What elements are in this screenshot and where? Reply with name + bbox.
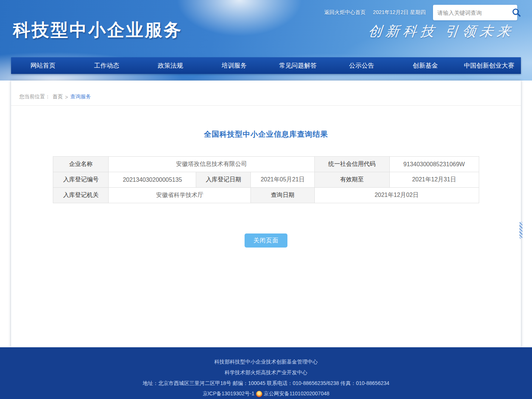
valid-until-label: 有效期至: [314, 172, 389, 188]
nav-item-faq[interactable]: 常见问题解答: [266, 57, 330, 74]
registration-no-value: 202134030200005135: [109, 172, 196, 188]
icp-record-link[interactable]: 京ICP备13019302号-1: [202, 391, 254, 397]
nav-item-competition[interactable]: 中国创新创业大赛: [457, 57, 521, 74]
query-date-value: 2021年12月02日: [314, 188, 479, 203]
main-nav: 网站首页 工作动态 政策法规 培训服务 常见问题解答 公示公告 创新基金 中国创…: [11, 57, 521, 74]
button-row: 关闭页面: [11, 233, 521, 248]
search-box: [433, 5, 517, 20]
query-date-label: 查询日期: [251, 188, 314, 203]
page-title: 全国科技型中小企业信息库查询结果: [11, 129, 521, 139]
query-result-table: 企业名称 安徽塔孜信息技术有限公司 统一社会信用代码 9134030008523…: [53, 156, 479, 203]
nav-item-work-news[interactable]: 工作动态: [75, 57, 139, 74]
registration-authority-label: 入库登记机关: [53, 188, 109, 203]
footer: 科技部科技型中小企业技术创新基金管理中心 科学技术部火炬高技术产业开发中心 地址…: [0, 347, 532, 399]
police-record-link[interactable]: 京公网安备11010202007048: [264, 391, 330, 397]
search-input[interactable]: [437, 10, 511, 16]
current-date-text: 2021年12月2日 星期四: [373, 9, 426, 16]
site-slogan: 创新科技 引领未来: [367, 22, 515, 41]
breadcrumb-prefix: 您当前位置：: [19, 93, 50, 100]
content-panel: 您当前位置： 首页 > 查询服务 全国科技型中小企业信息库查询结果 企业名称 安…: [11, 81, 521, 347]
valid-until-value: 2021年12月31日: [389, 172, 479, 188]
scrollbar-thumb[interactable]: [519, 222, 522, 239]
registration-date-value: 2021年05月21日: [251, 172, 314, 188]
search-button[interactable]: [511, 7, 522, 18]
nav-item-policies[interactable]: 政策法规: [139, 57, 202, 74]
table-row: 入库登记机关 安徽省科学技术厅 查询日期 2021年12月02日: [53, 188, 479, 203]
nav-item-training[interactable]: 培训服务: [202, 57, 266, 74]
page: 返回火炬中心首页 2021年12月2日 星期四 科技型中小企业服务 创新科技 引…: [0, 0, 532, 399]
registration-authority-value: 安徽省科学技术厅: [109, 188, 251, 203]
footer-org-line-2: 科学技术部火炬高技术产业开发中心: [225, 369, 307, 376]
breadcrumb-separator: >: [65, 94, 68, 100]
nav-item-home[interactable]: 网站首页: [11, 57, 75, 74]
footer-contact-line: 地址：北京市西城区三里河二区甲18号 邮编：100045 联系电话：010-88…: [143, 380, 389, 387]
company-name-label: 企业名称: [53, 157, 109, 172]
registration-date-label: 入库登记日期: [196, 172, 251, 188]
national-emblem-icon: [256, 391, 262, 397]
company-name-value: 安徽塔孜信息技术有限公司: [109, 157, 314, 172]
footer-org-line-1: 科技部科技型中小企业技术创新基金管理中心: [214, 358, 318, 365]
registration-no-label: 入库登记编号: [53, 172, 109, 188]
credit-code-label: 统一社会信用代码: [314, 157, 389, 172]
close-page-button[interactable]: 关闭页面: [245, 233, 287, 248]
breadcrumb-current-link[interactable]: 查询服务: [70, 93, 91, 100]
breadcrumb: 您当前位置： 首页 > 查询服务: [11, 81, 521, 106]
site-logo: 科技型中小企业服务: [13, 18, 183, 42]
nav-item-innovation-fund[interactable]: 创新基金: [393, 57, 457, 74]
breadcrumb-home-link[interactable]: 首页: [52, 93, 63, 100]
header-top-bar: 返回火炬中心首页 2021年12月2日 星期四: [324, 5, 517, 20]
footer-record-line: 京ICP备13019302号-1 京公网安备11010202007048: [202, 391, 329, 397]
credit-code-value: 91340300085231069W: [389, 157, 479, 172]
search-icon: [512, 8, 521, 17]
table-row: 入库登记编号 202134030200005135 入库登记日期 2021年05…: [53, 172, 479, 188]
nav-item-announcements[interactable]: 公示公告: [330, 57, 394, 74]
return-torch-home-link[interactable]: 返回火炬中心首页: [324, 9, 366, 16]
table-row: 企业名称 安徽塔孜信息技术有限公司 统一社会信用代码 9134030008523…: [53, 157, 479, 172]
